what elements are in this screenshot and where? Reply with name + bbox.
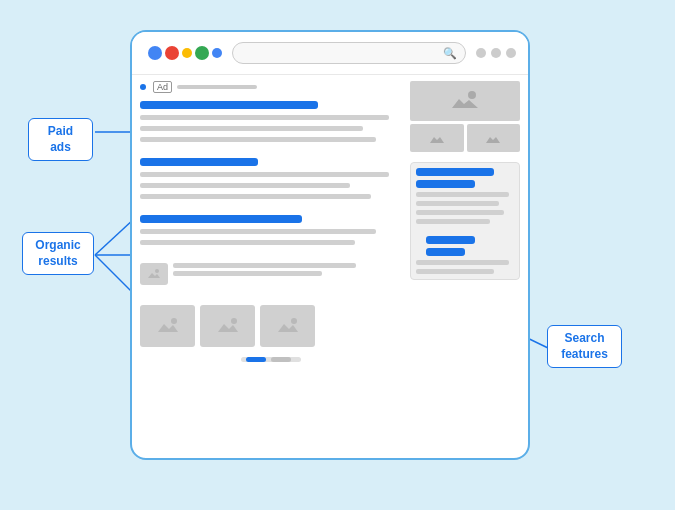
window-dot-2 [491, 48, 501, 58]
feature-gray-5 [416, 260, 509, 265]
gray-bar-9 [173, 263, 356, 268]
feature-blue-bar-4 [426, 248, 465, 256]
search-feat-line2: features [561, 347, 608, 361]
svg-point-16 [291, 318, 297, 324]
gray-bar-10 [173, 271, 322, 276]
google-dot-blue [148, 46, 162, 60]
sponsored-bar-1 [140, 101, 318, 109]
scroll-thumb-inactive [271, 357, 291, 362]
feature-gray-6 [416, 269, 494, 274]
organic-bar-1 [140, 158, 258, 166]
grid-img-large [410, 81, 520, 121]
feature-gray-1 [416, 192, 509, 197]
paid-ads-label: Paid ads [28, 118, 93, 161]
feature-blue-bar-2 [416, 180, 475, 188]
grid-img-1 [410, 124, 464, 152]
svg-rect-12 [147, 268, 161, 280]
scroll-track[interactable] [241, 357, 301, 362]
bottom-images-row [140, 305, 402, 347]
browser-window: 🔍 Ad [130, 30, 530, 460]
google-dot-green [195, 46, 209, 60]
window-controls [476, 48, 516, 58]
scroll-thumb-active [246, 357, 266, 362]
ad-line [177, 85, 257, 89]
search-icon: 🔍 [443, 47, 457, 60]
google-logo [148, 46, 222, 60]
feature-gray-2 [416, 201, 499, 206]
ad-badge: Ad [153, 81, 172, 93]
bottom-img-3 [260, 305, 315, 347]
browser-content: Ad [132, 75, 528, 455]
gray-bar-8 [140, 240, 355, 245]
gray-bar-3 [140, 137, 376, 142]
ad-row: Ad [140, 81, 402, 93]
organic-bar-2 [140, 215, 302, 223]
organic-line1: Organic [35, 238, 80, 252]
content-left: Ad [140, 81, 402, 449]
feature-blue-bar-1 [416, 168, 494, 176]
gray-bar-7 [140, 229, 376, 234]
feature-gray-4 [416, 219, 490, 224]
content-right [410, 81, 520, 449]
gray-bar-1 [140, 115, 389, 120]
gray-bar-5 [140, 183, 350, 188]
browser-scrollbar[interactable] [140, 353, 402, 366]
gray-bar-6 [140, 194, 371, 199]
svg-line-3 [95, 255, 135, 295]
organic-line2: results [38, 254, 77, 268]
search-feat-line1: Search [564, 331, 604, 345]
grid-img-2 [467, 124, 521, 152]
result-with-image [140, 263, 402, 285]
svg-line-1 [95, 218, 135, 255]
window-dot-3 [506, 48, 516, 58]
gray-bar-4 [140, 172, 389, 177]
feature-gray-3 [416, 210, 504, 215]
bottom-img-1 [140, 305, 195, 347]
google-dot-blue2 [212, 48, 222, 58]
image-grid [410, 81, 520, 152]
image-result-text [173, 263, 402, 276]
organic-results-label: Organic results [22, 232, 94, 275]
svg-point-14 [171, 318, 177, 324]
search-features-label: Search features [547, 325, 622, 368]
google-dot-yellow [182, 48, 192, 58]
feature-blue-bar-3 [426, 236, 475, 244]
bottom-img-2 [200, 305, 255, 347]
feature-box [410, 162, 520, 280]
ad-dot [140, 84, 146, 90]
gray-bar-2 [140, 126, 363, 131]
svg-point-13 [155, 269, 159, 273]
small-image-placeholder [140, 263, 168, 285]
window-dot-1 [476, 48, 486, 58]
search-bar[interactable]: 🔍 [232, 42, 466, 64]
browser-topbar: 🔍 [132, 32, 528, 75]
svg-point-17 [468, 91, 476, 99]
google-dot-red [165, 46, 179, 60]
svg-point-15 [231, 318, 237, 324]
